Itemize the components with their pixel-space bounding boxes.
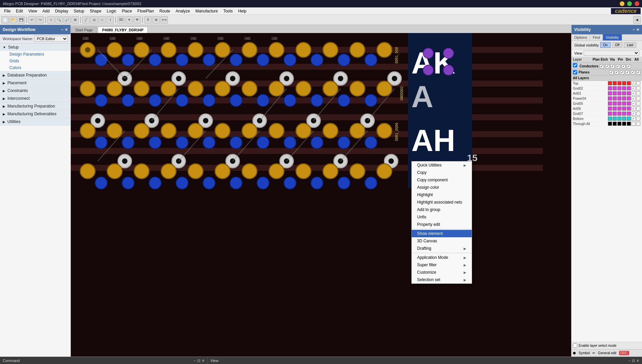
layer-art03-vis[interactable] — [632, 91, 636, 95]
menu-tools[interactable]: Tools — [221, 8, 235, 14]
layer-through-c1[interactable] — [608, 122, 612, 126]
cond-check2[interactable] — [605, 64, 609, 68]
ctx-3d-canvas[interactable]: 3D Canvas — [412, 237, 472, 245]
plane-check2[interactable] — [615, 70, 619, 74]
tb-redo[interactable]: ↪ — [36, 16, 44, 24]
layer-gnd02-c4[interactable] — [622, 86, 626, 90]
layer-art06-c3[interactable] — [617, 107, 621, 111]
tb-select[interactable]: ⊹ — [47, 16, 55, 24]
layer-gnd02-vis[interactable] — [632, 86, 636, 90]
layer-art03-c5[interactable] — [627, 91, 631, 95]
drc-badge[interactable]: DRC — [619, 351, 629, 355]
layer-top-color3[interactable] — [617, 81, 621, 85]
layer-bottom-vis[interactable] — [632, 117, 636, 121]
tb-add-via[interactable]: ◎ — [90, 16, 98, 24]
layer-gnd05-c5[interactable] — [627, 101, 631, 105]
layer-art06-c1[interactable] — [608, 107, 612, 111]
layer-art03-c3[interactable] — [617, 91, 621, 95]
minimize-button[interactable] — [620, 1, 624, 6]
tb-save[interactable]: 💾 — [18, 16, 25, 24]
ctx-app-mode[interactable]: Application Mode ▶ — [412, 254, 472, 261]
ctx-super-filter[interactable]: Super filter ▶ — [412, 261, 472, 269]
tb-snap[interactable]: ⊕ — [152, 16, 160, 24]
layer-power04-vis[interactable] — [632, 96, 636, 100]
workspace-select[interactable]: PCB Editor — [34, 36, 68, 42]
tb-grid[interactable]: # — [144, 16, 152, 24]
layer-through-c3[interactable] — [617, 122, 621, 126]
view-close[interactable]: ✕ — [636, 359, 639, 363]
menu-file[interactable]: File — [1, 8, 13, 14]
tb-zoom-fit[interactable]: ⊞ — [71, 16, 79, 24]
ctx-quick-utilities[interactable]: Quick Utilities ▶ — [412, 161, 472, 169]
ctx-highlight-nets[interactable]: Highlight associated nets — [412, 199, 472, 206]
cond-check5[interactable] — [621, 64, 625, 68]
ctx-add-group[interactable]: Add to group — [412, 206, 472, 213]
tb-3d[interactable]: 3D — [117, 16, 125, 24]
cond-check1[interactable] — [600, 64, 604, 68]
layer-top-color4[interactable] — [622, 81, 626, 85]
menu-shape[interactable]: Shape — [87, 8, 104, 14]
layer-art03-c4[interactable] — [622, 91, 626, 95]
layer-gnd02-c1[interactable] — [608, 86, 612, 90]
menu-setup[interactable]: Setup — [71, 8, 87, 14]
menu-edit[interactable]: Edit — [13, 8, 26, 14]
tb-open[interactable]: 📂 — [9, 16, 17, 24]
cmd-float[interactable]: ⊡ — [197, 359, 200, 363]
menu-analyze[interactable]: Analyze — [173, 8, 193, 14]
layer-art06-c4[interactable] — [622, 107, 626, 111]
panel-close[interactable]: ✕ — [65, 28, 68, 32]
ctx-copy-component[interactable]: Copy component — [412, 176, 472, 184]
layer-bottom-c1[interactable] — [608, 117, 612, 121]
section-mfg-prep-header[interactable]: ▶ Manufacturing Preparation — [0, 102, 70, 110]
tab-start[interactable]: Start Page — [71, 27, 97, 33]
section-utilities-header[interactable]: ▶ Utilities — [0, 118, 70, 125]
plane-check5[interactable] — [631, 70, 635, 74]
ctx-drafting[interactable]: Drafting ▶ — [412, 245, 472, 252]
layer-through-vis[interactable] — [632, 122, 636, 126]
view-pin[interactable]: − — [629, 359, 631, 363]
menu-view[interactable]: View — [26, 8, 40, 14]
conductors-check[interactable] — [573, 63, 577, 67]
pcb-canvas[interactable]: GND GND GND GND GND GND GND GND AK A AH … — [71, 33, 571, 357]
tb-undo[interactable]: ↩ — [28, 16, 36, 24]
menu-route[interactable]: Route — [157, 8, 173, 14]
layer-bottom-c2[interactable] — [613, 117, 617, 121]
vis-tab-options[interactable]: Options — [572, 34, 590, 40]
section-interconnect-header[interactable]: ▶ Interconnect — [0, 95, 70, 102]
layer-through-c4[interactable] — [622, 122, 626, 126]
plane-check6[interactable] — [636, 70, 640, 74]
layer-gnd07-vis[interactable] — [632, 112, 636, 116]
tb-visibility[interactable]: 👁 — [134, 16, 141, 24]
layer-through-c5[interactable] — [627, 122, 631, 126]
section-placement-header[interactable]: ▶ Placement — [0, 79, 70, 87]
tb-zoom-in[interactable]: 🔍 — [55, 16, 63, 24]
gv-off-button[interactable]: Off — [612, 42, 622, 48]
tb-add-shape[interactable]: □ — [98, 16, 106, 24]
menu-add[interactable]: Add — [40, 8, 52, 14]
cond-check4[interactable] — [616, 64, 620, 68]
vis-tab-visibility[interactable]: Visibility — [603, 34, 622, 40]
layer-through-c2[interactable] — [613, 122, 617, 126]
gv-on-button[interactable]: On — [600, 42, 611, 48]
layer-bottom-c3[interactable] — [617, 117, 621, 121]
layer-gnd02-c5[interactable] — [627, 86, 631, 90]
view-float[interactable]: ⊡ — [632, 359, 635, 363]
cond-check6[interactable] — [627, 64, 631, 68]
menu-help[interactable]: Help — [235, 8, 249, 14]
ctx-selection-set[interactable]: Selection set ▶ — [412, 276, 472, 283]
leaf-colors[interactable]: Colors — [0, 64, 70, 71]
menu-place[interactable]: Place — [119, 8, 135, 14]
ctx-copy[interactable]: Copy — [412, 169, 472, 176]
layer-gnd07-c4[interactable] — [622, 112, 626, 116]
maximize-button[interactable] — [627, 1, 632, 6]
menu-manufacture[interactable]: Manufacture — [193, 8, 221, 14]
section-database-header[interactable]: ▶ Database Preparation — [0, 71, 70, 79]
cmd-pin[interactable]: − — [194, 359, 196, 363]
gv-last-button[interactable]: Last — [624, 42, 636, 48]
cond-check3[interactable] — [611, 64, 615, 68]
layer-bottom-c5[interactable] — [627, 117, 631, 121]
plane-check4[interactable] — [625, 70, 630, 74]
vis-panel-pin[interactable]: − — [633, 28, 635, 32]
tb-r1[interactable]: ◀ — [633, 16, 641, 24]
layer-bottom-c4[interactable] — [622, 117, 626, 121]
